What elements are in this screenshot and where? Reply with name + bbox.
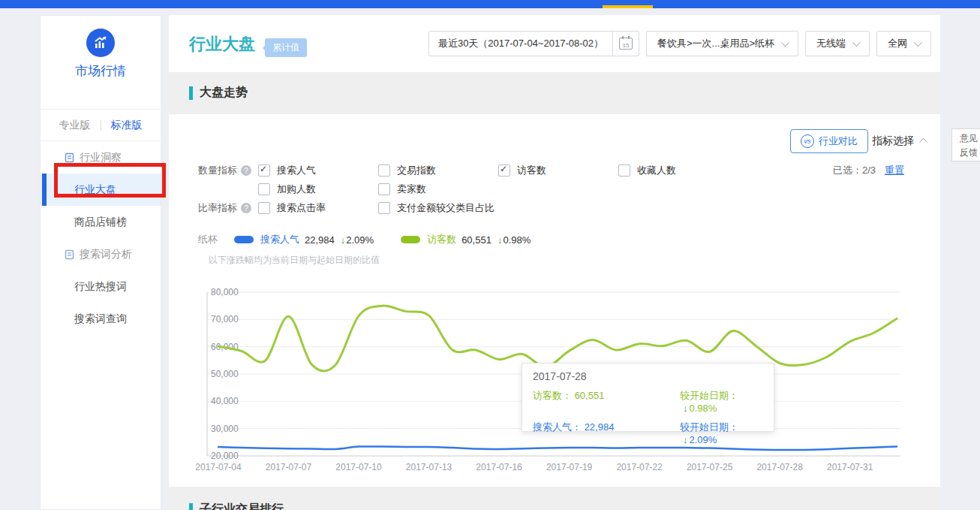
feedback-tab[interactable]: 意见 反馈 — [951, 128, 980, 161]
sidebar-item-label: 商品店铺榜 — [74, 216, 127, 229]
svg-text:2017-07-10: 2017-07-10 — [335, 462, 382, 472]
sidebar-item-industry-hot-search[interactable]: 行业热搜词 — [41, 270, 161, 303]
svg-text:30,000: 30,000 — [211, 424, 239, 434]
checkbox-icon[interactable] — [378, 164, 390, 177]
terminal-selector[interactable]: 无线端 — [805, 31, 870, 56]
section-accent-bar — [189, 503, 193, 510]
checkbox-cart-add-count[interactable]: 加购人数 — [258, 183, 378, 196]
sidebar-item-label: 搜索词查询 — [74, 312, 127, 326]
svg-text:2017-07-19: 2017-07-19 — [546, 462, 593, 472]
chart-legend: 纸杯 搜索人气 22,984 ↓ 2.09% 访客数 60,551 ↓ 0.98… — [198, 233, 558, 246]
sidebar: 市场行情 专业版 标准版 行业洞察 行业大盘 商品店铺榜 — [40, 15, 161, 510]
checkbox-search-popularity[interactable]: 搜索人气 — [258, 164, 378, 177]
checkbox-seller-count[interactable]: 卖家数 — [378, 183, 498, 196]
svg-text:2017-07-04: 2017-07-04 — [195, 462, 242, 472]
svg-text:2017-07-13: 2017-07-13 — [406, 462, 452, 472]
next-section-header: 子行业交易排行 — [189, 502, 284, 510]
checkbox-icon[interactable] — [378, 183, 390, 195]
tooltip-date: 2017-07-28 — [533, 370, 763, 382]
checkbox-icon[interactable] — [618, 164, 630, 177]
legend-change: 0.98% — [503, 234, 531, 246]
checkbox-visitor-count[interactable]: 访客数 — [498, 164, 618, 177]
checkbox-payment-parent-ratio[interactable]: 支付金额较父类目占比 — [378, 201, 498, 215]
ratio-metrics-label: 比率指标 ? — [198, 201, 258, 215]
checkbox-trade-index[interactable]: 交易指数 — [378, 164, 498, 177]
legend-name: 访客数 — [427, 233, 456, 246]
cumulative-value-badge: 累计值 — [265, 38, 307, 57]
down-arrow-icon: ↓ — [341, 234, 346, 246]
checkbox-icon[interactable] — [378, 202, 390, 214]
down-arrow-icon: ↓ — [498, 234, 503, 246]
legend-name: 搜索人气 — [260, 233, 299, 246]
sidebar-item-label: 行业洞察 — [80, 151, 122, 164]
chevron-down-icon — [852, 38, 861, 47]
down-arrow-icon: ↓ — [683, 403, 688, 414]
chevron-up-icon — [919, 138, 927, 146]
section-band: 大盘走势 — [169, 72, 940, 114]
legend-change: 2.09% — [346, 234, 374, 246]
svg-text:2017-07-22: 2017-07-22 — [616, 462, 663, 472]
scope-selector[interactable]: 全网 — [876, 31, 931, 56]
ratio-metrics-row: 比率指标 ? 搜索点击率 支付金额较父类目占比 — [198, 201, 498, 215]
chevron-down-icon — [781, 38, 789, 47]
next-section-band: 子行业交易排行 — [169, 487, 940, 510]
sidebar-item-search-word-query[interactable]: 搜索词查询 — [41, 303, 161, 335]
svg-text:2017-07-25: 2017-07-25 — [687, 462, 733, 472]
terminal-value: 无线端 — [816, 37, 846, 50]
svg-text:50,000: 50,000 — [211, 369, 239, 379]
checkbox-icon[interactable] — [258, 183, 270, 195]
calendar-icon: 15 — [619, 38, 633, 50]
industry-compare-button[interactable]: vs 行业对比 — [790, 129, 868, 153]
svg-text:80,000: 80,000 — [211, 287, 239, 297]
section-title: 大盘走势 — [200, 85, 248, 101]
date-range-selector[interactable]: 最近30天（2017-07-04~2017-08-02） 15 — [428, 31, 639, 56]
date-range-text: 最近30天（2017-07-04~2017-08-02） — [429, 37, 612, 50]
sidebar-item-product-shop-ranking[interactable]: 商品店铺榜 — [41, 206, 161, 238]
chart-arrow-glyph — [92, 35, 109, 51]
svg-text:2017-07-28: 2017-07-28 — [756, 462, 803, 472]
filter-controls: 最近30天（2017-07-04~2017-08-02） 15 餐饮具>一次..… — [428, 31, 931, 56]
next-section-title: 子行业交易排行 — [200, 502, 284, 510]
quantity-metrics-label: 数量指标 ? — [198, 164, 258, 177]
legend-value: 22,984 — [305, 234, 335, 246]
category-value: 餐饮具>一次...桌用品>纸杯 — [657, 37, 774, 50]
sidebar-item-search-word-analysis[interactable]: 搜索词分析 — [41, 238, 161, 270]
legend-category: 纸杯 — [198, 233, 218, 246]
tab-divider — [101, 120, 101, 131]
section-accent-bar — [189, 86, 193, 100]
calendar-button[interactable]: 15 — [612, 32, 639, 56]
ledger-icon — [65, 249, 74, 260]
tab-standard-version[interactable]: 标准版 — [111, 119, 143, 132]
legend-marker-visitor-count — [401, 236, 420, 243]
checkbox-favorite-count[interactable]: 收藏人数 — [618, 164, 738, 177]
svg-text:40,000: 40,000 — [211, 396, 239, 406]
sidebar-item-industry-dashboard[interactable]: 行业大盘 — [41, 174, 161, 206]
vs-icon: vs — [801, 134, 814, 148]
quantity-metrics-row-2: 加购人数 卖家数 — [198, 183, 498, 196]
active-tab-indicator — [603, 5, 653, 8]
market-trend-logo-icon — [86, 29, 115, 57]
app-root: 市场行情 专业版 标准版 行业洞察 行业大盘 商品店铺榜 — [0, 0, 980, 510]
sidebar-item-industry-insight[interactable]: 行业洞察 — [41, 141, 161, 174]
checkbox-search-click-rate[interactable]: 搜索点击率 — [258, 201, 378, 215]
ledger-icon — [65, 152, 74, 163]
help-icon[interactable]: ? — [241, 203, 251, 213]
version-tabs: 专业版 标准版 — [41, 110, 161, 141]
help-icon[interactable]: ? — [241, 165, 251, 176]
sidebar-item-label: 搜索词分析 — [80, 248, 132, 261]
chevron-down-icon — [914, 38, 922, 47]
checkbox-icon[interactable] — [498, 164, 510, 177]
svg-text:70,000: 70,000 — [211, 314, 239, 324]
category-selector[interactable]: 餐饮具>一次...桌用品>纸杯 — [646, 31, 798, 56]
metric-select-toggle[interactable]: 指标选择 — [872, 134, 927, 148]
svg-text:2017-07-07: 2017-07-07 — [266, 462, 312, 472]
tooltip-row-visitor: 访客数： 60,551 较开始日期：↓0.98% — [533, 389, 763, 414]
page-header: 行业大盘 累计值 最近30天（2017-07-04~2017-08-02） 15… — [169, 15, 940, 72]
page-title: 行业大盘 — [189, 33, 255, 56]
checkbox-icon[interactable] — [258, 164, 270, 177]
app-title: 市场行情 — [41, 62, 161, 80]
down-arrow-icon: ↓ — [683, 434, 688, 445]
tab-pro-version[interactable]: 专业版 — [59, 119, 91, 132]
reset-link[interactable]: 重置 — [885, 164, 904, 177]
checkbox-icon[interactable] — [258, 202, 270, 214]
